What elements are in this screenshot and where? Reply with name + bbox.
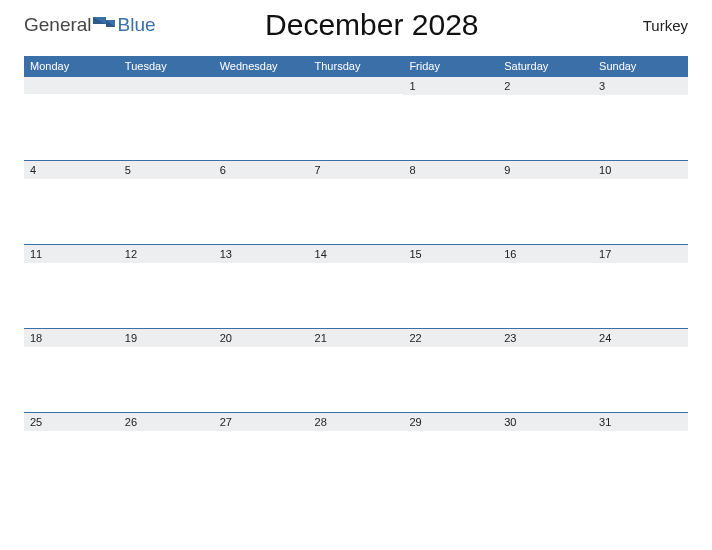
country-label: Turkey	[628, 17, 688, 34]
calendar-day-cell: 14	[309, 244, 404, 328]
calendar-day-cell: 23	[498, 328, 593, 412]
day-number: 6	[214, 160, 309, 179]
day-number: 18	[24, 328, 119, 347]
calendar-week-row: 25 26 27 28 29 30 31	[24, 412, 688, 496]
day-number: 21	[309, 328, 404, 347]
day-number	[214, 76, 309, 94]
calendar-day-cell: 10	[593, 160, 688, 244]
calendar-week-row: 11 12 13 14 15 16 17	[24, 244, 688, 328]
calendar-week-row: 4 5 6 7 8 9 10	[24, 160, 688, 244]
day-number: 26	[119, 412, 214, 431]
day-number: 1	[403, 76, 498, 95]
calendar-day-cell: 1	[403, 76, 498, 160]
calendar-day-cell: 25	[24, 412, 119, 496]
day-number: 30	[498, 412, 593, 431]
day-number: 9	[498, 160, 593, 179]
day-number: 25	[24, 412, 119, 431]
calendar-body: 1 2 3 4 5 6 7 8 9 10 11 12 13 14 15 16 1…	[24, 76, 688, 496]
calendar-day-cell: 18	[24, 328, 119, 412]
weekday-header: Sunday	[593, 56, 688, 76]
day-number	[309, 76, 404, 94]
calendar-day-cell: 5	[119, 160, 214, 244]
day-number: 31	[593, 412, 688, 431]
calendar-day-cell: 26	[119, 412, 214, 496]
weekday-header: Wednesday	[214, 56, 309, 76]
day-number: 16	[498, 244, 593, 263]
day-number: 20	[214, 328, 309, 347]
calendar-day-cell: 28	[309, 412, 404, 496]
calendar-day-cell: 9	[498, 160, 593, 244]
calendar-day-cell: 22	[403, 328, 498, 412]
calendar-table: Monday Tuesday Wednesday Thursday Friday…	[24, 56, 688, 496]
calendar-day-cell: 21	[309, 328, 404, 412]
calendar-day-cell: 27	[214, 412, 309, 496]
calendar-day-cell: 24	[593, 328, 688, 412]
calendar-day-cell: 29	[403, 412, 498, 496]
calendar-day-cell	[214, 76, 309, 160]
calendar-day-cell: 13	[214, 244, 309, 328]
day-number: 7	[309, 160, 404, 179]
day-number: 12	[119, 244, 214, 263]
calendar-day-cell: 4	[24, 160, 119, 244]
calendar-day-cell	[309, 76, 404, 160]
calendar-day-cell: 15	[403, 244, 498, 328]
calendar-header-row: Monday Tuesday Wednesday Thursday Friday…	[24, 56, 688, 76]
weekday-header: Saturday	[498, 56, 593, 76]
day-number: 24	[593, 328, 688, 347]
day-number: 4	[24, 160, 119, 179]
day-number: 13	[214, 244, 309, 263]
calendar-day-cell	[24, 76, 119, 160]
calendar-day-cell: 2	[498, 76, 593, 160]
calendar-day-cell	[119, 76, 214, 160]
calendar-day-cell: 6	[214, 160, 309, 244]
day-number: 11	[24, 244, 119, 263]
page-title: December 2028	[116, 8, 628, 42]
weekday-header: Friday	[403, 56, 498, 76]
calendar-page: General Blue December 2028 Turkey Monday…	[0, 0, 712, 516]
calendar-day-cell: 31	[593, 412, 688, 496]
day-number: 23	[498, 328, 593, 347]
weekday-header: Thursday	[309, 56, 404, 76]
day-number: 8	[403, 160, 498, 179]
calendar-day-cell: 12	[119, 244, 214, 328]
calendar-week-row: 18 19 20 21 22 23 24	[24, 328, 688, 412]
logo-word-general: General	[24, 14, 92, 36]
calendar-day-cell: 11	[24, 244, 119, 328]
calendar-day-cell: 3	[593, 76, 688, 160]
header: General Blue December 2028 Turkey	[24, 8, 688, 42]
calendar-day-cell: 19	[119, 328, 214, 412]
day-number	[24, 76, 119, 94]
weekday-header: Tuesday	[119, 56, 214, 76]
day-number: 29	[403, 412, 498, 431]
day-number: 19	[119, 328, 214, 347]
day-number: 2	[498, 76, 593, 95]
day-number: 10	[593, 160, 688, 179]
calendar-day-cell: 30	[498, 412, 593, 496]
day-number: 14	[309, 244, 404, 263]
day-number: 28	[309, 412, 404, 431]
day-number: 22	[403, 328, 498, 347]
weekday-header: Monday	[24, 56, 119, 76]
calendar-day-cell: 8	[403, 160, 498, 244]
calendar-day-cell: 20	[214, 328, 309, 412]
day-number	[119, 76, 214, 94]
logo-flag-icon	[92, 15, 116, 35]
calendar-week-row: 1 2 3	[24, 76, 688, 160]
day-number: 15	[403, 244, 498, 263]
day-number: 5	[119, 160, 214, 179]
calendar-day-cell: 17	[593, 244, 688, 328]
calendar-day-cell: 7	[309, 160, 404, 244]
day-number: 27	[214, 412, 309, 431]
day-number: 3	[593, 76, 688, 95]
calendar-day-cell: 16	[498, 244, 593, 328]
day-number: 17	[593, 244, 688, 263]
